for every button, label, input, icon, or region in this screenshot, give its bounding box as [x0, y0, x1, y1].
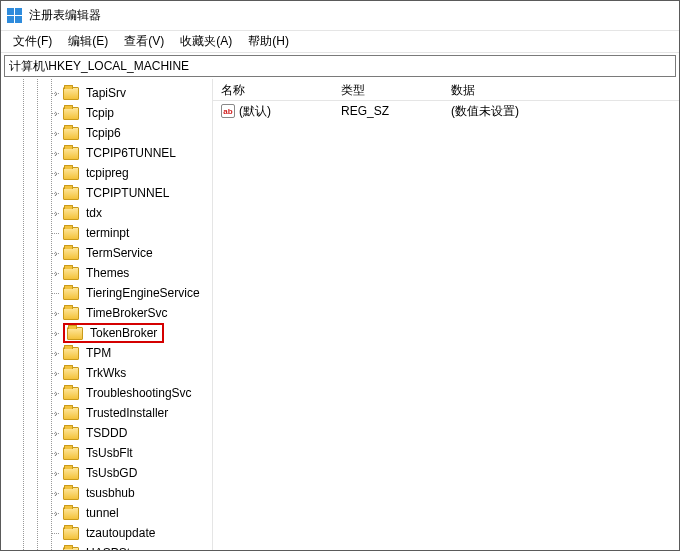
tree-item-label: terminpt	[83, 225, 132, 241]
menu-favorites[interactable]: 收藏夹(A)	[172, 31, 240, 52]
tree-item-label: TSDDD	[83, 425, 130, 441]
tree-item-tzautoupdate[interactable]: tzautoupdate	[1, 523, 212, 543]
folder-icon	[63, 267, 79, 280]
folder-icon	[63, 227, 79, 240]
tree-item-tcpip6tunnel[interactable]: ›TCPIP6TUNNEL	[1, 143, 212, 163]
folder-icon	[63, 187, 79, 200]
expander-icon[interactable]: ›	[51, 548, 61, 551]
tree-item-label: TCPIP6TUNNEL	[83, 145, 179, 161]
tree-item-tcpiptunnel[interactable]: ›TCPIPTUNNEL	[1, 183, 212, 203]
tree-item-label: tsusbhub	[83, 485, 138, 501]
tree-item-tieringengineservice[interactable]: TieringEngineService	[1, 283, 212, 303]
string-value-icon: ab	[221, 104, 235, 118]
list-header: 名称 类型 数据	[213, 79, 679, 101]
tree-item-label: TroubleshootingSvc	[83, 385, 195, 401]
tree-item-termservice[interactable]: ›TermService	[1, 243, 212, 263]
tree-item-label: tdx	[83, 205, 105, 221]
tree-item-label: TapiSrv	[83, 85, 129, 101]
tree-item-label: TrustedInstaller	[83, 405, 171, 421]
tree-item-label: Themes	[83, 265, 132, 281]
address-bar[interactable]: 计算机\HKEY_LOCAL_MACHINE	[4, 55, 676, 77]
tree-item-troubleshootingsvc[interactable]: ›TroubleshootingSvc	[1, 383, 212, 403]
registry-editor-window: 注册表编辑器 文件(F) 编辑(E) 查看(V) 收藏夹(A) 帮助(H) 计算…	[0, 0, 680, 551]
folder-icon	[63, 487, 79, 500]
tree-item-tsddd[interactable]: ›TSDDD	[1, 423, 212, 443]
tree-item-label: UASPStor	[83, 545, 144, 550]
app-icon	[7, 8, 23, 24]
menu-file[interactable]: 文件(F)	[5, 31, 60, 52]
value-list-pane[interactable]: 名称 类型 数据 ab(默认)REG_SZ(数值未设置)	[213, 79, 679, 550]
tree-item-tcpip[interactable]: ›Tcpip	[1, 103, 212, 123]
tree-item-tsusbgd[interactable]: ›TsUsbGD	[1, 463, 212, 483]
folder-icon	[63, 407, 79, 420]
address-text: 计算机\HKEY_LOCAL_MACHINE	[9, 58, 189, 75]
value-name: (默认)	[239, 103, 271, 120]
value-row[interactable]: ab(默认)REG_SZ(数值未设置)	[213, 101, 679, 121]
tree-item-tokenbroker[interactable]: ›TokenBroker	[1, 323, 212, 343]
tree-item-label: TieringEngineService	[83, 285, 203, 301]
tree-item-label: tcpipreg	[83, 165, 132, 181]
window-title: 注册表编辑器	[29, 7, 101, 24]
tree-item-tsusbhub[interactable]: ›tsusbhub	[1, 483, 212, 503]
folder-icon	[63, 387, 79, 400]
tree-item-label: TPM	[83, 345, 114, 361]
folder-icon	[63, 307, 79, 320]
content-area: ›TapiSrv›Tcpip›Tcpip6›TCPIP6TUNNEL›tcpip…	[1, 79, 679, 550]
tree-item-label: TimeBrokerSvc	[83, 305, 171, 321]
folder-icon	[63, 427, 79, 440]
folder-icon	[63, 147, 79, 160]
tree-item-tcpip6[interactable]: ›Tcpip6	[1, 123, 212, 143]
folder-icon	[63, 247, 79, 260]
menu-view[interactable]: 查看(V)	[116, 31, 172, 52]
tree-item-tsusbflt[interactable]: ›TsUsbFlt	[1, 443, 212, 463]
tree-item-themes[interactable]: ›Themes	[1, 263, 212, 283]
tree-item-label: TsUsbGD	[83, 465, 140, 481]
value-data: (数值未设置)	[443, 103, 679, 120]
tree-item-terminpt[interactable]: terminpt	[1, 223, 212, 243]
tree-item-trustedinstaller[interactable]: ›TrustedInstaller	[1, 403, 212, 423]
folder-icon	[67, 327, 83, 340]
folder-icon	[63, 167, 79, 180]
tree-item-label: Tcpip6	[83, 125, 124, 141]
tree-item-label: TokenBroker	[87, 325, 160, 341]
folder-icon	[63, 207, 79, 220]
folder-icon	[63, 507, 79, 520]
tree-item-uaspstor[interactable]: ›UASPStor	[1, 543, 212, 550]
folder-icon	[63, 127, 79, 140]
tree-item-label: tzautoupdate	[83, 525, 158, 541]
tree-pane[interactable]: ›TapiSrv›Tcpip›Tcpip6›TCPIP6TUNNEL›tcpip…	[1, 79, 213, 550]
tree-item-label: TCPIPTUNNEL	[83, 185, 172, 201]
tree-item-tcpipreg[interactable]: ›tcpipreg	[1, 163, 212, 183]
tree-item-label: TrkWks	[83, 365, 129, 381]
tree-item-tpm[interactable]: ›TPM	[1, 343, 212, 363]
folder-icon	[63, 287, 79, 300]
tree-item-label: TermService	[83, 245, 156, 261]
col-header-data[interactable]: 数据	[443, 79, 679, 100]
tree-item-tunnel[interactable]: ›tunnel	[1, 503, 212, 523]
titlebar[interactable]: 注册表编辑器	[1, 1, 679, 31]
folder-icon	[63, 447, 79, 460]
folder-icon	[63, 347, 79, 360]
col-header-name[interactable]: 名称	[213, 79, 333, 100]
tree-item-tapisrv[interactable]: ›TapiSrv	[1, 83, 212, 103]
tree-item-label: Tcpip	[83, 105, 117, 121]
menu-help[interactable]: 帮助(H)	[240, 31, 297, 52]
folder-icon	[63, 467, 79, 480]
value-type: REG_SZ	[333, 104, 443, 118]
folder-icon	[63, 547, 79, 551]
folder-icon	[63, 87, 79, 100]
folder-icon	[63, 367, 79, 380]
folder-icon	[63, 527, 79, 540]
menubar: 文件(F) 编辑(E) 查看(V) 收藏夹(A) 帮助(H)	[1, 31, 679, 53]
menu-edit[interactable]: 编辑(E)	[60, 31, 116, 52]
tree-item-timebrokersvc[interactable]: ›TimeBrokerSvc	[1, 303, 212, 323]
folder-icon	[63, 107, 79, 120]
tree-item-label: TsUsbFlt	[83, 445, 136, 461]
tree-item-label: tunnel	[83, 505, 122, 521]
tree-item-tdx[interactable]: ›tdx	[1, 203, 212, 223]
tree-item-trkwks[interactable]: ›TrkWks	[1, 363, 212, 383]
col-header-type[interactable]: 类型	[333, 79, 443, 100]
